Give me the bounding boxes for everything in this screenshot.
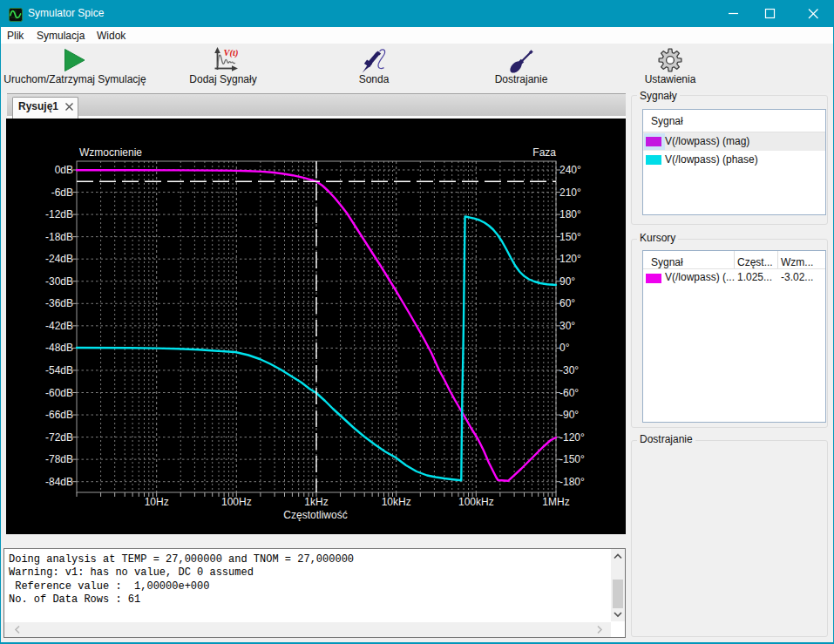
svg-text:-30°: -30°	[559, 364, 579, 376]
svg-text:1MHz: 1MHz	[542, 496, 569, 508]
svg-text:180°: 180°	[559, 208, 581, 220]
svg-text:-78dB: -78dB	[45, 453, 73, 465]
svg-text:-12dB: -12dB	[45, 208, 73, 220]
svg-text:-42dB: -42dB	[45, 320, 73, 332]
svg-text:-60°: -60°	[559, 387, 579, 399]
svg-text:0dB: 0dB	[55, 164, 73, 176]
svg-text:-72dB: -72dB	[45, 431, 73, 444]
svg-text:90°: 90°	[559, 275, 575, 288]
svg-text:-30dB: -30dB	[45, 275, 73, 288]
svg-text:Wzmocnienie: Wzmocnienie	[79, 146, 142, 159]
svg-text:-66dB: -66dB	[45, 409, 73, 421]
svg-text:0°: 0°	[559, 342, 570, 354]
svg-text:-84dB: -84dB	[45, 476, 73, 488]
svg-text:240°: 240°	[559, 164, 581, 176]
svg-text:60°: 60°	[559, 297, 575, 309]
svg-text:-24dB: -24dB	[45, 253, 73, 265]
svg-text:-90°: -90°	[559, 409, 579, 421]
svg-text:150°: 150°	[559, 231, 581, 243]
svg-text:-18dB: -18dB	[45, 231, 73, 243]
svg-text:-120°: -120°	[559, 431, 585, 444]
svg-text:Faza: Faza	[532, 146, 556, 159]
svg-text:210°: 210°	[559, 186, 581, 199]
svg-text:100Hz: 100Hz	[221, 496, 252, 508]
svg-text:-60dB: -60dB	[45, 387, 73, 399]
svg-text:-48dB: -48dB	[45, 342, 73, 354]
svg-text:120°: 120°	[559, 253, 581, 265]
svg-text:100kHz: 100kHz	[458, 496, 494, 508]
svg-text:-36dB: -36dB	[45, 297, 73, 309]
svg-text:-150°: -150°	[559, 453, 585, 465]
svg-text:1kHz: 1kHz	[304, 496, 328, 508]
svg-text:V(t): V(t)	[224, 48, 239, 58]
svg-text:Częstotliwość: Częstotliwość	[283, 509, 347, 521]
svg-text:-54dB: -54dB	[45, 364, 73, 376]
svg-text:10Hz: 10Hz	[145, 496, 169, 508]
svg-text:30°: 30°	[559, 320, 575, 332]
svg-text:10kHz: 10kHz	[382, 496, 411, 508]
svg-text:-6dB: -6dB	[51, 186, 73, 199]
svg-text:-180°: -180°	[559, 476, 585, 488]
